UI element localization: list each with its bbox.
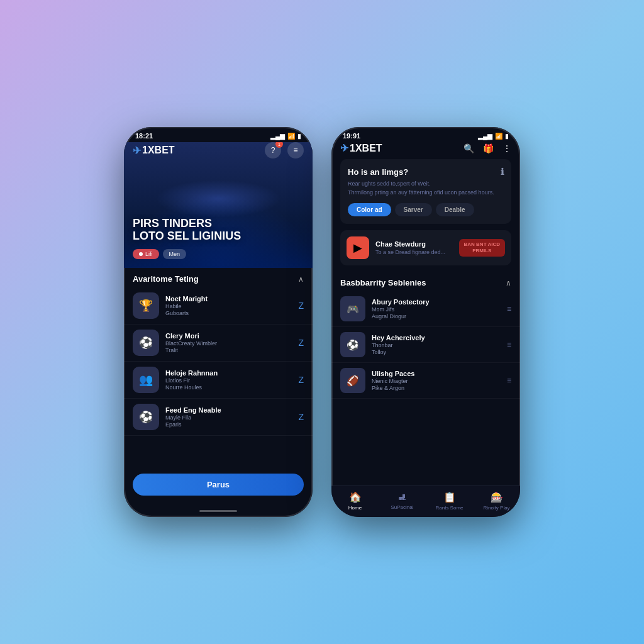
right-status-icons: ▂▄▆ 📶 ▮ — [478, 133, 509, 140]
list-item[interactable]: 👥 Heloje Rahnnan Llotlos Fir Nourre Houl… — [124, 362, 313, 399]
info-title: Ho is an limgs? ℹ — [348, 167, 504, 177]
item-action[interactable]: Z — [298, 338, 304, 348]
item-avatar: 👥 — [133, 367, 159, 393]
rants-icon: 📋 — [443, 491, 456, 503]
item-action[interactable]: Z — [298, 375, 304, 385]
hero-banner: ✈ 1XBET ? 1 ≡ PIRS TINDERS LOTO SEL LIG — [124, 142, 313, 268]
item-avatar: ⚽ — [133, 330, 159, 356]
right-time: 19:91 — [343, 132, 360, 140]
signal-icon: ▂▄▆ — [270, 133, 285, 140]
wifi-icon: 📶 — [495, 133, 502, 140]
supacinal-icon: ⛸ — [397, 491, 408, 502]
battery-icon: ▮ — [505, 133, 509, 140]
right-phone: 19:91 ▂▄▆ 📶 ▮ ✈ 1XBET 🔍 🎁 ⋮ Ho is an lim… — [331, 127, 520, 517]
info-icon: ℹ — [501, 167, 504, 177]
hero-tabs: Lifi Men — [133, 249, 304, 259]
item-info: Noet Maright Habile Guboarts — [165, 295, 292, 316]
item-avatar: ⚽ — [340, 332, 365, 357]
item-info: Abury Postectory Mom Jifs Augral Diogur — [372, 298, 501, 319]
list-item[interactable]: ⚽ Hey Achercively Thonbar Tolloy ≡ — [331, 327, 520, 363]
hero-tab-menu[interactable]: Men — [163, 249, 187, 259]
chevron-icon[interactable]: ∧ — [298, 275, 304, 284]
item-avatar: 🎮 — [340, 296, 365, 321]
hero-icons: ? 1 ≡ — [265, 142, 304, 158]
left-status-bar: 18:21 ▂▄▆ 📶 ▮ — [124, 127, 313, 142]
nav-rants-some[interactable]: 📋 Rants Some — [426, 486, 473, 517]
left-time: 18:21 — [135, 132, 153, 140]
section-title: Avaritome Teting — [133, 274, 199, 284]
hero-tab-live[interactable]: Lifi — [133, 249, 159, 259]
filter-icon[interactable]: ≡ — [507, 340, 511, 349]
item-action[interactable]: Z — [298, 412, 304, 422]
item-info: Feed Eng Neable Mayle Fila Eparis — [165, 406, 292, 428]
promo-card: ▶ Chae Stewdurg To a se Dread fignare de… — [340, 230, 511, 265]
promo-play-icon: ▶ — [347, 236, 369, 259]
item-avatar: 🏆 — [133, 292, 159, 319]
home-indicator — [124, 504, 313, 517]
nav-home[interactable]: 🏠 Home — [331, 486, 379, 517]
games-list: 🏆 Noet Maright Habile Guboarts Z ⚽ Clery… — [124, 287, 313, 469]
list-item[interactable]: ⚽ Feed Eng Neable Mayle Fila Eparis Z — [124, 399, 313, 436]
hero-title: PIRS TINDERS LOTO SEL LIGINIUS — [133, 218, 304, 243]
right-logo: ✈ 1XBET — [340, 142, 382, 154]
right-chevron-icon[interactable]: ∧ — [506, 279, 511, 287]
item-avatar: 🏈 — [340, 368, 365, 393]
hero-navbar: ✈ 1XBET ? 1 ≡ — [124, 142, 313, 162]
signal-icon: ▂▄▆ — [478, 133, 492, 140]
promo-info: Chae Stewdurg To a se Dread fignare ded.… — [375, 240, 453, 255]
sarver-button[interactable]: Sarver — [395, 203, 432, 216]
promo-badge: BAN BNT AICD PRMILS — [459, 239, 505, 257]
info-description: Rear ughts sedd to,spert of Weit. Thrmil… — [348, 180, 504, 197]
parus-button[interactable]: Parus — [133, 474, 304, 496]
filter-icon[interactable]: ≡ — [507, 304, 511, 313]
search-icon[interactable]: 🔍 — [464, 143, 474, 153]
list-item[interactable]: 🏆 Noet Maright Habile Guboarts Z — [124, 287, 313, 325]
top-nav: ✈ 1XBET 🔍 🎁 ⋮ — [331, 142, 520, 159]
list-item[interactable]: ⚽ Clery Mori BlactCreaty Wimbler Tralit … — [124, 325, 313, 362]
notification-badge: 1 — [275, 142, 283, 148]
bottom-navigation: 🏠 Home ⛸ SuPacinal 📋 Rants Some 🎰 Rinoit… — [331, 486, 520, 517]
more-icon[interactable]: ⋮ — [502, 143, 511, 153]
right-section-header: Basbbarrity Seblenies ∧ — [331, 272, 520, 291]
hero-content: PIRS TINDERS LOTO SEL LIGINIUS Lifi Men — [124, 162, 313, 268]
right-status-bar: 19:91 ▂▄▆ 📶 ▮ — [331, 127, 520, 142]
right-games-list: 🎮 Abury Postectory Mom Jifs Augral Diogu… — [331, 291, 520, 486]
home-icon: 🏠 — [349, 491, 362, 503]
rinoity-icon: 🎰 — [491, 491, 503, 503]
item-action[interactable]: Z — [298, 301, 304, 311]
nav-supacinal[interactable]: ⛸ SuPacinal — [379, 486, 426, 517]
logo: ✈ 1XBET — [133, 145, 175, 157]
color-ad-button[interactable]: Color ad — [348, 203, 391, 216]
left-status-icons: ▂▄▆ 📶 ▮ — [270, 133, 301, 140]
help-button[interactable]: ? 1 — [265, 142, 281, 158]
filter-buttons: Color ad Sarver Deable — [348, 203, 504, 216]
gift-icon[interactable]: 🎁 — [483, 143, 494, 153]
deable-button[interactable]: Deable — [436, 203, 474, 216]
list-item[interactable]: 🏈 Ulishg Paces Nienic Miagter Pike & Arg… — [331, 363, 520, 399]
right-section-title: Basbbarrity Seblenies — [340, 278, 426, 287]
wifi-icon: 📶 — [287, 133, 295, 140]
item-info: Clery Mori BlactCreaty Wimbler Tralit — [165, 332, 292, 353]
info-card: Ho is an limgs? ℹ Rear ughts sedd to,spe… — [340, 159, 511, 224]
section-header: Avaritome Teting ∧ — [124, 268, 313, 287]
battery-icon: ▮ — [297, 133, 301, 140]
list-item[interactable]: 🎮 Abury Postectory Mom Jifs Augral Diogu… — [331, 291, 520, 327]
logo-text: 1XBET — [142, 145, 175, 156]
item-info: Heloje Rahnnan Llotlos Fir Nourre Houles — [165, 369, 292, 391]
item-info: Ulishg Paces Nienic Miagter Pike & Argon — [372, 370, 501, 391]
menu-button[interactable]: ≡ — [287, 142, 304, 158]
top-nav-icons: 🔍 🎁 ⋮ — [464, 143, 511, 153]
item-avatar: ⚽ — [133, 404, 159, 430]
nav-rinoity-play[interactable]: 🎰 Rinoity Play — [473, 486, 520, 517]
filter-icon[interactable]: ≡ — [507, 376, 511, 385]
left-phone: 18:21 ▂▄▆ 📶 ▮ ✈ 1XBET ? 1 — [124, 127, 313, 517]
item-info: Hey Achercively Thonbar Tolloy — [372, 334, 501, 355]
